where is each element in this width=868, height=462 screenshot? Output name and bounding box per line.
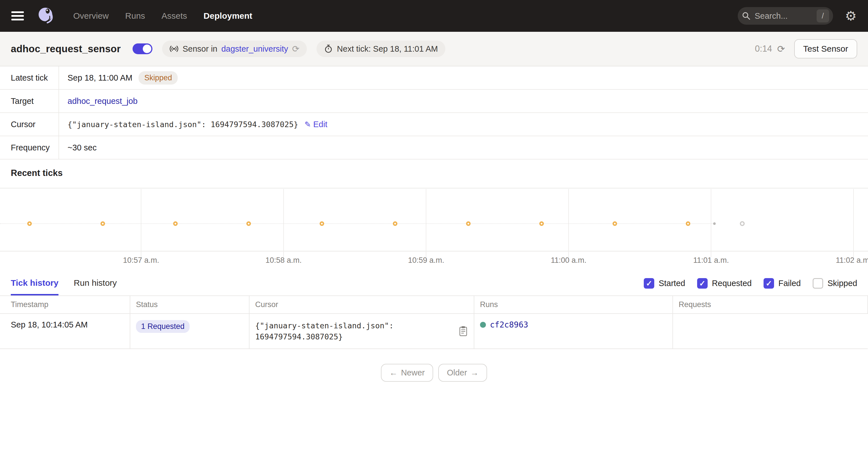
target-label: Target xyxy=(0,90,59,112)
tick-marker[interactable] xyxy=(466,221,471,226)
time-axis-label: 11:01 a.m. xyxy=(693,256,729,265)
checkbox-icon[interactable] xyxy=(644,278,654,288)
tick-marker[interactable] xyxy=(686,221,690,226)
nav-items: OverviewRunsAssetsDeployment xyxy=(73,11,252,21)
tick-marker[interactable] xyxy=(713,222,716,225)
page-title: adhoc_request_sensor xyxy=(11,43,121,55)
frequency-value: ~30 sec xyxy=(67,143,96,152)
tick-marker[interactable] xyxy=(740,221,745,226)
tick-marker[interactable] xyxy=(100,221,105,226)
status-filter-checkbox[interactable]: Started xyxy=(644,278,685,288)
timestamp-cell: Sep 18, 10:14:05 AM xyxy=(0,314,130,349)
filter-label: Skipped xyxy=(828,279,857,288)
history-tab[interactable]: Tick history xyxy=(11,278,59,296)
time-axis-label: 11:02 a.m. xyxy=(836,256,868,265)
run-id-link[interactable]: cf2c8963 xyxy=(490,320,528,330)
code-location-link[interactable]: dagster_university xyxy=(221,44,288,54)
tick-marker[interactable] xyxy=(320,221,324,226)
stopwatch-icon xyxy=(324,44,333,53)
search-input[interactable] xyxy=(755,11,817,21)
next-tick-label: Next tick: Sep 18, 11:01 AM xyxy=(337,44,438,54)
left-arrow-icon: ← xyxy=(390,368,398,377)
tick-marker[interactable] xyxy=(173,221,178,226)
toggle-knob xyxy=(143,44,151,53)
newer-button[interactable]: ← Newer xyxy=(381,364,433,382)
edit-cursor-link[interactable]: ✎ Edit xyxy=(305,120,328,129)
latest-tick-label: Latest tick xyxy=(0,66,59,89)
timeline-dotted-line xyxy=(0,223,714,224)
status-filters: Started Requested Failed Skipped xyxy=(644,278,857,296)
time-axis-label: 11:00 a.m. xyxy=(551,256,586,265)
status-cell: 1 Requested xyxy=(130,314,249,349)
column-header: Status xyxy=(130,296,249,314)
tick-history-table: TimestampStatusCursorRunsRequests Sep 18… xyxy=(0,296,868,349)
reload-location-icon[interactable]: ⟳ xyxy=(292,44,300,54)
checkbox-icon[interactable] xyxy=(813,278,823,288)
cursor-value: {"january-staten-island.json": 169479759… xyxy=(67,120,298,129)
copy-cursor-icon[interactable] xyxy=(458,326,468,337)
status-filter-checkbox[interactable]: Skipped xyxy=(813,278,857,288)
requested-status-badge: 1 Requested xyxy=(136,320,190,333)
runs-cell: cf2c8963 xyxy=(474,314,673,349)
search-icon xyxy=(742,11,751,21)
older-button[interactable]: Older → xyxy=(438,364,487,382)
filter-label: Requested xyxy=(712,279,752,288)
tick-marker[interactable] xyxy=(27,221,32,226)
hamburger-menu-icon[interactable] xyxy=(11,11,24,21)
sensor-icon xyxy=(169,44,179,53)
frequency-row: Frequency ~30 sec xyxy=(0,136,868,159)
test-sensor-button[interactable]: Test Sensor xyxy=(794,39,857,58)
latest-tick-value: Sep 18, 11:00 AM xyxy=(67,73,132,83)
checkbox-icon[interactable] xyxy=(697,278,708,288)
sensor-header: adhoc_request_sensor Sensor in dagster_u… xyxy=(0,32,868,66)
tick-marker[interactable] xyxy=(393,221,397,226)
column-header: Timestamp xyxy=(0,296,130,314)
status-filter-checkbox[interactable]: Requested xyxy=(697,278,752,288)
status-filter-checkbox[interactable]: Failed xyxy=(764,278,801,288)
skipped-status-badge: Skipped xyxy=(138,71,178,85)
latest-tick-row: Latest tick Sep 18, 11:00 AM Skipped xyxy=(0,66,868,90)
recent-ticks-header: Recent ticks xyxy=(0,159,868,188)
timeline-gridline xyxy=(711,189,711,257)
tick-marker[interactable] xyxy=(246,221,251,226)
refresh-icon[interactable]: ⟳ xyxy=(777,43,785,55)
row-cursor-value: {"january-staten-island.json": 169479759… xyxy=(255,320,454,342)
checkbox-icon[interactable] xyxy=(764,278,774,288)
run-status-dot xyxy=(480,322,486,328)
nav-item[interactable]: Assets xyxy=(161,11,187,21)
search-box[interactable]: / xyxy=(738,7,833,25)
time-axis-label: 10:59 a.m. xyxy=(408,256,444,265)
right-arrow-icon: → xyxy=(470,368,478,377)
recent-ticks-heading: Recent ticks xyxy=(11,168,857,178)
column-header: Runs xyxy=(474,296,673,314)
history-tab[interactable]: Run history xyxy=(74,278,117,296)
target-job-link[interactable]: adhoc_request_job xyxy=(67,96,138,106)
refresh-countdown: 0:14 xyxy=(755,44,772,54)
table-header-row: TimestampStatusCursorRunsRequests xyxy=(0,296,868,314)
pencil-icon: ✎ xyxy=(305,120,311,129)
top-nav: OverviewRunsAssetsDeployment / ⚙ xyxy=(0,0,868,32)
column-header: Requests xyxy=(673,296,868,314)
nav-item[interactable]: Overview xyxy=(73,11,109,21)
sensor-location-badge: Sensor in dagster_university ⟳ xyxy=(162,40,307,57)
nav-item[interactable]: Runs xyxy=(125,11,145,21)
cursor-row: Cursor {"january-staten-island.json": 16… xyxy=(0,113,868,136)
cursor-cell: {"january-staten-island.json": 169479759… xyxy=(249,314,474,349)
tick-marker[interactable] xyxy=(613,221,617,226)
nav-item[interactable]: Deployment xyxy=(204,11,252,21)
sensor-in-label: Sensor in xyxy=(183,44,217,54)
tick-timeline-chart xyxy=(0,188,868,251)
tick-marker[interactable] xyxy=(539,221,544,226)
gear-icon[interactable]: ⚙ xyxy=(845,9,857,23)
search-shortcut-key: / xyxy=(817,9,829,23)
timeline-axis-labels: 10:57 a.m.10:58 a.m.10:59 a.m.11:00 a.m.… xyxy=(0,251,868,271)
sensor-on-toggle[interactable] xyxy=(132,43,152,54)
timeline-gridline xyxy=(426,189,426,257)
table-row: Sep 18, 10:14:05 AM 1 Requested {"januar… xyxy=(0,314,868,349)
history-tabs-row: Tick historyRun history Started Requeste… xyxy=(0,271,868,296)
timeline-gridline xyxy=(853,189,854,257)
dagster-logo[interactable] xyxy=(37,7,55,25)
pagination: ← Newer Older → xyxy=(0,364,868,382)
timeline-gridline xyxy=(568,189,569,257)
time-axis-label: 10:58 a.m. xyxy=(266,256,302,265)
